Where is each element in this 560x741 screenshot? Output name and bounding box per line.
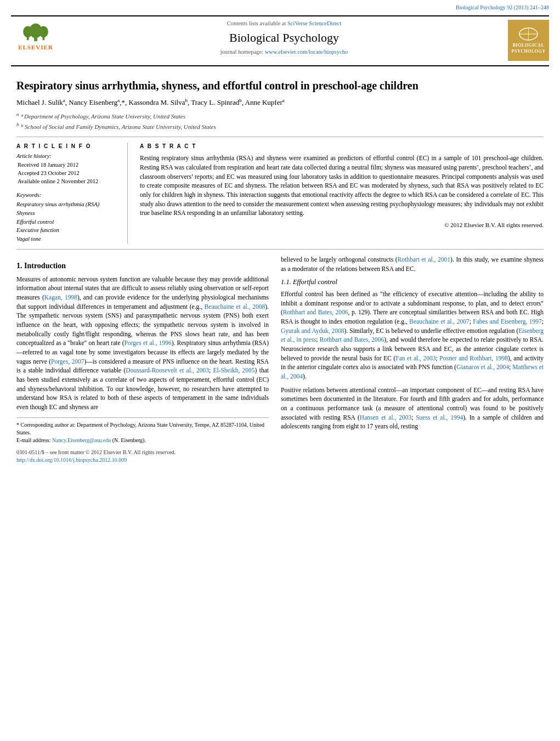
abstract-section: A B S T R A C T Resting respiratory sinu… (140, 143, 544, 244)
journal-name: Biological Psychology (66, 30, 502, 47)
affiliation-b: b ᵇ School of Social and Family Dynamics… (16, 121, 544, 131)
keyword-5: Vagal tone (16, 235, 115, 244)
elsevier-logo: ELSEVIER (11, 20, 60, 53)
keywords-section: Keywords: Respiratory sinus arrhythmia (… (16, 191, 115, 244)
article-title: Respiratory sinus arrhythmia, shyness, a… (16, 78, 544, 93)
abstract-title: A B S T R A C T (140, 143, 544, 151)
footer-copyright: 0301-0511/$ – see front matter © 2012 El… (16, 449, 269, 464)
accepted-date: Accepted 23 October 2012 (18, 169, 115, 178)
keywords-label: Keywords: (16, 191, 115, 200)
keyword-4: Executive function (16, 226, 115, 235)
intro-text-right1: believed to be largely orthogonal constr… (281, 255, 544, 273)
doi-link[interactable]: http://dx.doi.org/10.1016/j.biopsycha.20… (16, 457, 127, 463)
posner-ref[interactable]: Posner and Rothbart, 1998 (439, 355, 508, 361)
left-column: 1. Introduction Measures of autonomic ne… (16, 255, 269, 464)
gyurak-ref[interactable]: Gyurak and Ayduk, 2008 (281, 327, 344, 334)
svg-point-3 (39, 26, 48, 38)
received-date: Received 18 January 2012 (18, 161, 115, 169)
footnote-section: * Corresponding author at: Department of… (16, 417, 269, 444)
rothbart-2001-ref[interactable]: Rothbart et al., 2001 (398, 256, 451, 263)
article-info-panel: A R T I C L E I N F O Article history: R… (16, 143, 115, 244)
available-date: Available online 2 November 2012 (18, 178, 115, 186)
elsheikh-ref[interactable]: El-Sheikh, 2005 (213, 367, 254, 374)
footnote-email: E-mail address: Nancy.Eisenberg@asu.edu … (16, 437, 269, 444)
rothbart-bates2-ref[interactable]: Rothbart and Bates, 2006 (320, 336, 384, 343)
suess-ref[interactable]: Suess et al., 1994 (416, 414, 463, 421)
affiliation-a: a ᵃ Department of Psychology, Arizona St… (16, 111, 544, 121)
homepage-link[interactable]: www.elsevier.com/locate/biopsycho (265, 49, 348, 55)
gianaros-ref[interactable]: Gianaros et al., 2004 (456, 364, 509, 370)
fabes-ref[interactable]: Fabes and Eisenberg, 1997 (473, 318, 541, 325)
footer-issn: 0301-0511/$ – see front matter © 2012 El… (16, 449, 269, 456)
rothbart-bates-ref[interactable]: Rothbart and Bates, 2006 (283, 309, 348, 315)
abstract-text: Resting respiratory sinus arrhythmia (RS… (140, 154, 544, 218)
intro-text-right2: Effortful control has been defined as "t… (281, 290, 544, 381)
svg-rect-4 (27, 36, 29, 41)
footnote-corresponding: * Corresponding author at: Department of… (16, 421, 269, 437)
keyword-3: Effortful control (16, 218, 115, 227)
beauchaine-ref[interactable]: Beauchaine et al., 2008 (205, 303, 265, 310)
abstract-copyright: © 2012 Elsevier B.V. All rights reserved… (140, 221, 544, 230)
subsection-1-heading: 1.1. Effortful control (281, 278, 544, 287)
history-label: Article history: (16, 152, 115, 161)
svg-rect-5 (42, 36, 44, 41)
badge-line1: BIOLOGICAL (513, 43, 544, 48)
info-abstract-divider (127, 143, 128, 244)
homepage-text: journal homepage: (220, 49, 263, 55)
hansen-ref[interactable]: Hansen et al., 2003 (360, 414, 411, 421)
doussard-ref[interactable]: Doussard-Roosevelt et al., 2003 (126, 367, 209, 374)
intro-heading: 1. Introduction (16, 261, 269, 271)
keyword-1: Respiratory sinus arrhythmia (RSA) (16, 200, 115, 209)
journal-ref: Biological Psychology 92 (2013) 241–248 (456, 4, 549, 10)
authors-line: Michael J. Sulika, Nancy Eisenberga,*, K… (16, 97, 544, 108)
journal-badge: BIOLOGICAL PSYCHOLOGY (508, 20, 549, 61)
porges-1996-ref[interactable]: Porges et al., 1996 (125, 340, 172, 346)
intro-text-left: Measures of autonomic nervous system fun… (16, 275, 269, 412)
email-link[interactable]: Nancy.Eisenberg@asu.edu (52, 437, 111, 443)
sciverse-text: Contents lists available at (227, 20, 286, 26)
svg-point-2 (23, 26, 32, 38)
journal-title-area: Contents lists available at SciVerse Sci… (60, 20, 508, 56)
beauchaine-2007-ref[interactable]: Beauchaine et al., 2007 (409, 318, 469, 325)
elsevier-text: ELSEVIER (18, 43, 53, 52)
kagan-ref[interactable]: Kagan, 1998 (44, 294, 77, 301)
right-column: believed to be largely orthogonal constr… (281, 255, 544, 464)
article-info-title: A R T I C L E I N F O (16, 143, 115, 150)
porges-2007-ref[interactable]: Porges, 2007 (51, 358, 84, 365)
sciverse-link[interactable]: SciVerse ScienceDirect (287, 20, 341, 26)
keyword-2: Shyness (16, 209, 115, 218)
badge-line2: PSYCHOLOGY (512, 49, 546, 54)
fan-ref[interactable]: Fan et al., 2003 (395, 355, 435, 361)
intro-text-right3: Positive relations between attentional c… (281, 386, 544, 431)
